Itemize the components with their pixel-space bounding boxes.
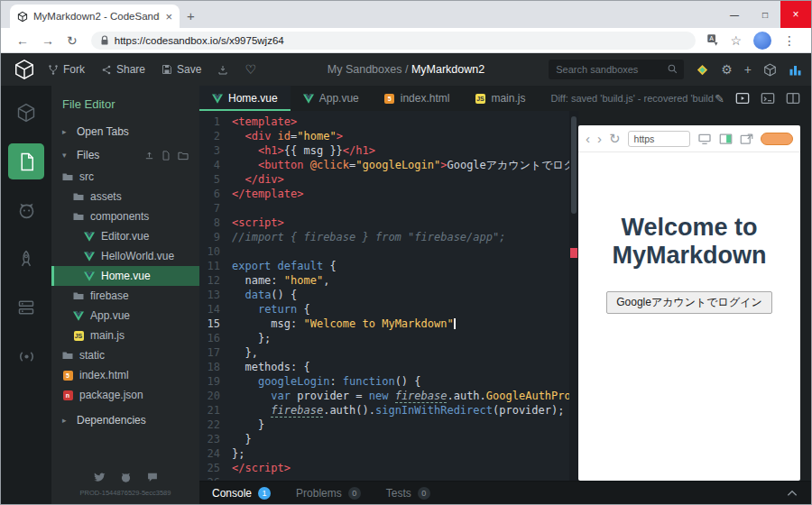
file-tree-item[interactable]: static <box>51 345 199 365</box>
search-box[interactable] <box>549 60 684 79</box>
code-line[interactable]: 5 </div> <box>199 172 578 187</box>
new-file-icon[interactable] <box>161 151 171 161</box>
file-tree-item[interactable]: JSmain.js <box>51 326 199 345</box>
sandbox-info-icon[interactable] <box>8 95 44 131</box>
github-icon[interactable] <box>8 192 44 228</box>
code-line[interactable]: 22 } <box>199 418 578 432</box>
sandbox-cube-icon[interactable] <box>763 63 777 77</box>
twitter-icon[interactable] <box>93 472 106 482</box>
profile-avatar[interactable] <box>753 32 771 50</box>
open-tabs-section[interactable]: ▸ Open Tabs <box>51 120 199 143</box>
address-bar[interactable]: https://codesandbox.io/s/x9975wjz64 <box>91 32 697 50</box>
codesandbox-logo-icon[interactable] <box>14 59 35 80</box>
new-tab-button[interactable]: + <box>187 9 195 23</box>
code-line[interactable]: 4 <button @click="googleLogin">Googleアカウ… <box>199 158 578 172</box>
new-folder-icon[interactable] <box>178 151 189 161</box>
code-editor[interactable]: 1<template>2 <div id="home">3 <h1>{{ msg… <box>199 111 578 481</box>
code-line[interactable]: 16 }; <box>199 331 578 345</box>
window-maximize-button[interactable]: □ <box>750 1 780 28</box>
chat-bubble-icon[interactable] <box>146 472 159 482</box>
back-icon[interactable]: ← <box>16 34 29 47</box>
export-download-button[interactable] <box>217 64 228 76</box>
share-button[interactable]: Share <box>101 63 145 76</box>
rocket-deploy-icon[interactable] <box>8 241 44 277</box>
server-icon[interactable] <box>8 289 44 326</box>
code-line[interactable]: 10 <box>199 244 578 259</box>
console-panel-icon[interactable] <box>761 92 775 105</box>
forward-icon[interactable]: → <box>42 34 54 47</box>
code-line[interactable]: 3 <h1>{{ msg }}</h1> <box>199 143 578 158</box>
editor-tab[interactable]: JSmain.js <box>462 86 538 111</box>
code-line[interactable]: 1<template> <box>199 115 578 129</box>
file-tree-item[interactable]: components <box>51 207 199 226</box>
github-link-icon[interactable] <box>120 472 132 483</box>
google-login-button[interactable]: Googleアカウントでログイン <box>606 291 772 314</box>
file-editor-icon[interactable] <box>8 143 44 179</box>
code-line[interactable]: 8<script> <box>199 216 578 230</box>
upload-icon[interactable] <box>144 151 154 161</box>
editor-tab[interactable]: App.vue <box>291 86 372 111</box>
code-line[interactable]: 26 <box>199 475 578 481</box>
code-line[interactable]: 6</template> <box>199 187 578 201</box>
code-line[interactable]: 18 methods: { <box>199 360 578 374</box>
dependencies-section[interactable]: ▸ Dependencies <box>51 409 199 432</box>
code-line[interactable]: 12 name: "home", <box>199 273 578 288</box>
bookmark-star-icon[interactable]: ☆ <box>730 34 742 47</box>
file-tree-item[interactable]: firebase <box>51 286 199 306</box>
file-tree-item[interactable]: HelloWorld.vue <box>51 246 199 266</box>
preview-back-icon[interactable]: ‹ <box>586 132 590 145</box>
window-close-button[interactable]: × <box>780 1 811 28</box>
file-tree-item[interactable]: App.vue <box>51 306 199 326</box>
translate-icon[interactable]: A <box>706 33 720 47</box>
code-line[interactable]: 2 <div id="home"> <box>199 129 578 143</box>
explore-gem-icon[interactable] <box>696 63 709 77</box>
preview-refresh-icon[interactable]: ↻ <box>609 132 621 145</box>
file-tree-item[interactable]: Home.vue <box>51 266 199 286</box>
code-line[interactable]: 20 var provider = new firebase.auth.Goog… <box>199 389 578 403</box>
orange-pill-indicator[interactable] <box>761 133 793 145</box>
code-line[interactable]: 21 firebase.auth().signInWithRedirect(pr… <box>199 403 578 418</box>
file-tree-item[interactable]: assets <box>51 187 199 207</box>
code-line[interactable]: 17 }, <box>199 345 578 360</box>
file-tree-item[interactable]: 5index.html <box>51 365 199 385</box>
code-line[interactable]: 23 } <box>199 432 578 446</box>
code-line[interactable]: 24}; <box>199 446 578 461</box>
live-broadcast-icon[interactable] <box>8 338 44 374</box>
split-view-icon[interactable] <box>786 92 800 105</box>
file-tree-item[interactable]: Editor.vue <box>51 226 199 246</box>
open-preview-icon[interactable] <box>735 92 750 105</box>
browser-tab[interactable]: MyMarkdown2 - CodeSandbox × <box>10 5 180 28</box>
editor-tab[interactable]: Home.vue <box>199 86 291 111</box>
code-line[interactable]: 7 <box>199 201 578 216</box>
preview-url-box[interactable]: https <box>628 131 690 147</box>
files-section[interactable]: ▾ Files <box>51 143 199 167</box>
refresh-icon[interactable]: ↻ <box>67 34 78 47</box>
search-input[interactable] <box>549 60 684 79</box>
file-tree-item[interactable]: npackage.json <box>51 385 199 405</box>
file-tree-item[interactable]: src <box>51 167 199 187</box>
fork-button[interactable]: Fork <box>48 63 85 76</box>
code-line[interactable]: 14 return { <box>199 302 578 317</box>
editor-tab[interactable]: 5index.html <box>372 86 463 111</box>
code-line[interactable]: 19 googleLogin: function() { <box>199 374 578 389</box>
statusbar-tests[interactable]: Tests0 <box>386 487 430 500</box>
code-line[interactable]: 9//import { firebase } from "firebase/ap… <box>199 230 578 244</box>
chevron-up-icon[interactable] <box>786 489 798 498</box>
open-new-window-icon[interactable] <box>740 133 753 145</box>
like-heart-icon[interactable]: ♡ <box>245 63 256 76</box>
stats-bars-icon[interactable] <box>789 63 802 77</box>
tab-close-icon[interactable]: × <box>165 10 172 23</box>
code-line[interactable]: 13 data() { <box>199 288 578 302</box>
settings-gear-icon[interactable]: ⚙ <box>721 63 733 76</box>
preview-forward-icon[interactable]: › <box>597 132 602 145</box>
editor-scrollbar[interactable] <box>569 111 578 481</box>
breadcrumb-parent[interactable]: My Sandboxes <box>328 63 402 76</box>
code-line[interactable]: 15 msg: "Welcome to MyMarkdown" <box>199 317 578 331</box>
browser-menu-icon[interactable]: ⋮ <box>783 34 796 47</box>
edit-pencil-icon[interactable]: ✎ <box>715 92 724 106</box>
code-line[interactable]: 25</script> <box>199 461 578 475</box>
save-button[interactable]: Save <box>161 63 201 76</box>
statusbar-problems[interactable]: Problems0 <box>296 487 361 500</box>
statusbar-console[interactable]: Console1 <box>212 487 271 500</box>
code-line[interactable]: 11export default { <box>199 259 578 273</box>
